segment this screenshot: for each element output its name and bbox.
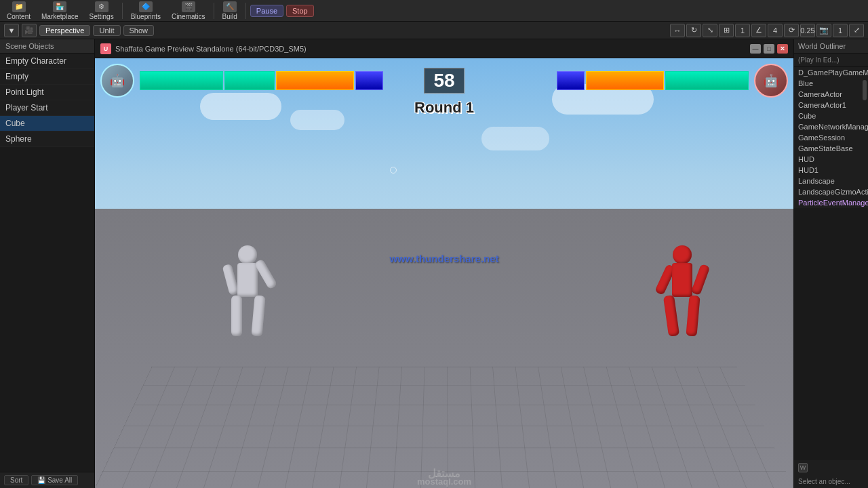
ue-logo: U [100,43,111,54]
left-panel: Scene Objects Empty Character Empty Poin… [0,39,95,488]
marketplace-icon: 🏪 [53,1,66,12]
blueprints-button[interactable]: 🔷 Blueprints [127,0,165,22]
outliner-item-0[interactable]: D_GamePlayGameMo... [794,67,868,78]
save-all-button[interactable]: 💾 Save All [31,475,78,485]
show-button[interactable]: Show [123,25,155,36]
w-icon: W [798,463,808,472]
minimize-button[interactable]: — [750,44,761,54]
left-item-sphere[interactable]: Sphere [0,131,94,147]
top-toolbar: 📁 Content 🏪 Marketplace ⚙ Settings 🔷 Blu… [0,0,868,22]
expand-icon[interactable]: ⤢ [849,24,864,37]
watermark-url: www.thundershare.net [389,253,498,264]
grid-num[interactable]: 1 [735,24,750,37]
outliner-item-6[interactable]: GameSession [794,132,868,143]
settings-button[interactable]: ⚙ Settings [85,0,118,22]
p2-torso [672,263,692,297]
p1-bar-yellow [224,71,275,90]
angle-icon[interactable]: ∠ [751,24,766,37]
scale-icon[interactable]: ⤡ [703,24,717,37]
sort-button[interactable]: Sort [4,475,28,485]
outliner-item-5[interactable]: GameNetworkManag... [794,121,868,132]
outliner-item-8[interactable]: HUD [794,154,868,165]
separator-3 [245,3,246,19]
health-bars-row: 🤖 58 [100,64,788,98]
p2-avatar-icon: 🤖 [764,73,778,88]
title-left: U Shaffata Game Preview Standalone (64-b… [100,43,307,54]
left-bottom-bar: Sort 💾 Save All [0,472,94,488]
cloud-4 [481,127,549,150]
left-item-player-start[interactable]: Player Start [0,100,94,116]
timer-display: 58 [424,68,465,94]
close-button[interactable]: ✕ [777,44,788,54]
p2-health-bars [470,71,749,90]
watermark-mostaql: mostaql.com [417,476,471,487]
character-p2 [655,245,709,367]
character-p1 [220,245,275,367]
settings-icon: ⚙ [95,1,108,12]
p1-body [220,245,275,367]
right-w-indicator: W [794,460,868,475]
outliner-item-7[interactable]: GameStateBase [794,143,868,154]
speed-val[interactable]: 1 [833,24,848,37]
scrollbar-thumb[interactable] [863,80,867,100]
maximize-button[interactable]: □ [764,44,774,54]
p1-avatar-icon: 🤖 [110,73,125,88]
left-item-cube[interactable]: Cube [0,116,94,131]
unlit-button[interactable]: Unlit [93,25,120,36]
outliner-item-10[interactable]: Landscape [794,176,868,186]
p1-bar-blue [355,71,383,90]
separator-2 [214,3,214,19]
content-button[interactable]: 📁 Content [3,0,35,22]
pause-button[interactable]: Pause [250,5,283,17]
p2-leg-l [663,296,679,338]
game-viewport[interactable]: 🤖 58 [95,58,793,488]
select-info: Select an objec... [794,475,868,488]
outliner-item-9[interactable]: HUD1 [794,165,868,176]
save-icon: 💾 [37,476,47,484]
p1-torso [237,263,258,297]
right-panel-empty [794,208,868,460]
p2-leg-r [686,296,701,337]
outliner-item-4[interactable]: Cube [794,110,868,121]
p1-head [238,245,257,264]
left-panel-empty [0,147,94,472]
build-button[interactable]: 🔨 Build [218,0,241,22]
p2-bar-green [665,71,749,90]
vp-right-controls: ↔ ↻ ⤡ ⊞ 1 ∠ 4 ⟳ 0.25 📷 1 ⤢ [670,24,864,37]
marketplace-button[interactable]: 🏪 Marketplace [37,0,82,22]
cinematics-icon: 🎬 [182,1,195,12]
p2-avatar: 🤖 [754,64,788,98]
stop-button[interactable]: Stop [286,5,314,17]
window-title: Shaffata Game Preview Standalone (64-bit… [115,45,307,53]
game-preview-container: U Shaffata Game Preview Standalone (64-b… [95,39,793,488]
p1-leg-r [252,296,266,337]
main-layout: Scene Objects Empty Character Empty Poin… [0,39,868,488]
left-item-empty-character[interactable]: Empty Character [0,54,94,69]
outliner-item-11[interactable]: LandscapeGizmoActi... [794,186,868,197]
scale-val[interactable]: 0.25 [800,24,815,37]
p1-health-container [140,71,418,90]
outliner-item-12[interactable]: ParticleEventManage... [794,197,868,208]
translate-icon[interactable]: ↔ [670,24,685,37]
p1-bar-green [140,71,223,90]
outliner-item-2[interactable]: CameraActor [794,89,868,100]
angle-val[interactable]: 4 [768,24,783,37]
left-item-point-light[interactable]: Point Light [0,85,94,100]
p1-arm-l [222,264,239,296]
cinematics-button[interactable]: 🎬 Cinematics [167,0,209,22]
outliner-item-1[interactable]: Blue [794,78,868,89]
p2-body [655,245,709,367]
camera-icon[interactable]: 📷 [816,24,831,37]
p2-bar-blue [557,71,585,90]
p1-leg-l [231,296,242,336]
scale-icon2[interactable]: ⟳ [784,24,799,37]
play-mode-label: (Play In Ed...) [794,54,868,67]
p2-health-container [470,71,749,90]
rotate-icon[interactable]: ↻ [686,24,701,37]
left-item-empty[interactable]: Empty [0,69,94,85]
outliner-item-3[interactable]: CameraActor1 [794,100,868,110]
vp-arrow-btn[interactable]: ▼ [4,24,19,37]
p2-head [673,245,692,264]
perspective-button[interactable]: Perspective [39,25,90,36]
grid-icon[interactable]: ⊞ [719,24,734,37]
